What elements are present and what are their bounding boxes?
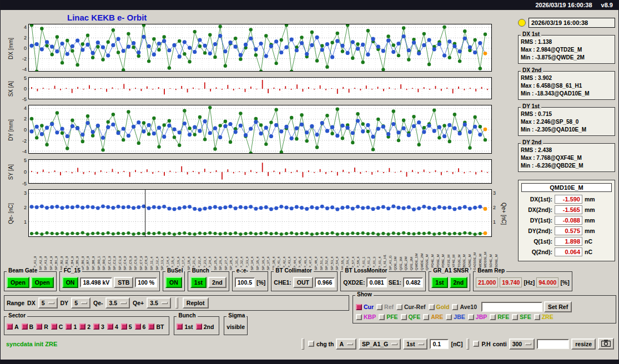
resize-button[interactable]: resize <box>571 338 596 350</box>
sector-checkbox-r[interactable]: R <box>36 323 48 330</box>
sector-checkbox-label: 1 <box>73 323 77 330</box>
sector-checkbox-2[interactable]: 2 <box>79 323 90 330</box>
checkbox[interactable] <box>490 314 496 320</box>
checkbox[interactable] <box>177 323 183 330</box>
free-entry-input[interactable] <box>537 339 569 349</box>
y-tick-label: -2 <box>22 138 27 144</box>
checkbox[interactable] <box>36 323 42 330</box>
monitor-row: DX(1st): -1.590 mm <box>521 195 612 204</box>
che1-out-button[interactable]: OUT <box>293 277 313 288</box>
count-select[interactable]: 300 <box>509 338 535 350</box>
checkbox[interactable] <box>121 323 127 330</box>
sigma-visible-toggle[interactable]: visible <box>227 323 245 330</box>
sector-checkbox-6[interactable]: 6 <box>135 323 146 330</box>
checkbox[interactable] <box>534 314 540 320</box>
checkbox[interactable] <box>135 323 141 330</box>
show-checkbox-cur[interactable]: Cur <box>356 304 374 310</box>
checkbox[interactable] <box>379 314 385 320</box>
sector-checkbox-4[interactable]: 4 <box>107 323 118 330</box>
busel-on-button[interactable]: ON <box>165 277 182 288</box>
show-checkbox-zre[interactable]: ZRE <box>534 314 553 320</box>
dy-plot[interactable] <box>28 105 492 154</box>
bunch-checkbox-2nd[interactable]: 2nd <box>196 323 214 330</box>
checkbox[interactable] <box>66 323 72 330</box>
fc15-stb-button[interactable]: STB <box>114 277 133 288</box>
sy-plot[interactable] <box>28 159 492 184</box>
sector-checkbox-3[interactable]: 3 <box>93 323 104 330</box>
bunch-2nd-button[interactable]: 2nd <box>208 277 227 288</box>
set-ref-input[interactable] <box>481 302 542 312</box>
control-row-1: Beam Gate Open Open FC_15 ON 18.498 kV S… <box>4 271 616 291</box>
bpm-label: QXF2E_M <box>446 239 451 270</box>
q-plot-row: Qe- [nC] 321 321 Qe+ [nC] <box>5 189 518 238</box>
bunch-checkbox-1st[interactable]: 1st <box>177 323 193 330</box>
show-checkbox-are[interactable]: ARE <box>423 314 443 320</box>
snsr-2nd-button[interactable]: 2nd <box>450 277 468 288</box>
set-ref-button[interactable]: Set Ref <box>544 301 572 312</box>
checkbox[interactable] <box>376 304 383 310</box>
bunch-select[interactable]: 1st <box>403 338 427 350</box>
monitor-group-select[interactable]: A <box>336 338 356 350</box>
checkbox[interactable] <box>356 304 362 310</box>
show-checkbox-ref[interactable]: Ref <box>376 304 394 310</box>
range-dy-select[interactable]: 5 <box>71 297 90 309</box>
checkbox[interactable] <box>468 314 474 320</box>
screenshot-button[interactable] <box>598 338 614 350</box>
show-checkbox-sfe[interactable]: SFE <box>512 314 531 320</box>
checkbox[interactable] <box>51 323 57 330</box>
show-checkbox-qfe[interactable]: QFE <box>401 314 421 320</box>
range-dx-select[interactable]: 5 <box>38 297 58 309</box>
show-checkbox-ave10[interactable]: Ave10 <box>452 304 477 310</box>
monitor-name[interactable]: QMD10E_M <box>521 183 612 192</box>
fc15-on-button[interactable]: ON <box>62 277 79 288</box>
monitor-row-label: Q(2nd): <box>521 249 552 255</box>
sx-plot[interactable] <box>28 77 492 99</box>
range-qe-plus-select[interactable]: 3.5 <box>147 297 171 309</box>
show-checkbox-cur-ref[interactable]: Cur-Ref <box>396 304 426 310</box>
beam-gate-open-1-button[interactable]: Open <box>7 277 29 288</box>
show-checkbox-pfe[interactable]: PFE <box>379 314 397 320</box>
show-checkbox-label: Cur-Ref <box>404 304 426 310</box>
checkbox[interactable] <box>7 323 13 330</box>
monitor-row-value: -0.088 <box>555 216 582 225</box>
checkbox[interactable] <box>512 314 518 320</box>
sector-checkbox-bt[interactable]: BT <box>148 323 164 330</box>
sector-checkbox-a[interactable]: A <box>7 323 19 330</box>
snsr-1st-button[interactable]: 1st <box>431 277 447 288</box>
show-checkbox-gold[interactable]: Gold <box>429 304 450 310</box>
checkbox[interactable] <box>401 314 407 320</box>
q-plot[interactable] <box>28 189 492 237</box>
dx-plot[interactable] <box>28 24 492 72</box>
sector-checkbox-b[interactable]: B <box>22 323 34 330</box>
show-checkbox-jbp[interactable]: JBP <box>468 314 487 320</box>
checkbox[interactable] <box>429 304 435 310</box>
bunch-1st-button[interactable]: 1st <box>190 277 207 288</box>
checkbox[interactable] <box>446 314 452 320</box>
sector-checkbox-1[interactable]: 1 <box>66 323 77 330</box>
bpm-label: SP_C2_9 <box>112 239 117 270</box>
bunch-checkbox-label: 2nd <box>204 323 214 330</box>
chg-th-checkbox[interactable] <box>308 341 314 347</box>
ph-checkbox[interactable] <box>473 341 479 347</box>
checkbox[interactable] <box>396 304 402 310</box>
beam-gate-open-2-button[interactable]: Open <box>31 277 54 288</box>
show-checkbox-jbe[interactable]: JBE <box>446 314 465 320</box>
checkbox[interactable] <box>148 323 154 330</box>
replot-button[interactable]: Replot <box>183 297 209 309</box>
checkbox[interactable] <box>93 323 99 330</box>
checkbox[interactable] <box>79 323 85 330</box>
sector-checkbox-c[interactable]: C <box>51 323 63 330</box>
checkbox[interactable] <box>196 323 202 330</box>
range-qe-plus-label: Qe+ <box>133 300 144 306</box>
threshold-input[interactable] <box>430 339 449 349</box>
checkbox[interactable] <box>423 314 429 320</box>
show-checkbox-rfe[interactable]: RFE <box>490 314 509 320</box>
checkbox[interactable] <box>356 314 362 320</box>
sector-checkbox-5[interactable]: 5 <box>121 323 132 330</box>
checkbox[interactable] <box>107 323 113 330</box>
checkbox[interactable] <box>452 304 458 310</box>
checkbox[interactable] <box>22 323 28 330</box>
device-select[interactable]: SP_A1_G <box>359 338 401 350</box>
show-checkbox-kbp[interactable]: KBP <box>356 314 376 320</box>
range-qe-minus-select[interactable]: 3.5 <box>105 297 130 309</box>
